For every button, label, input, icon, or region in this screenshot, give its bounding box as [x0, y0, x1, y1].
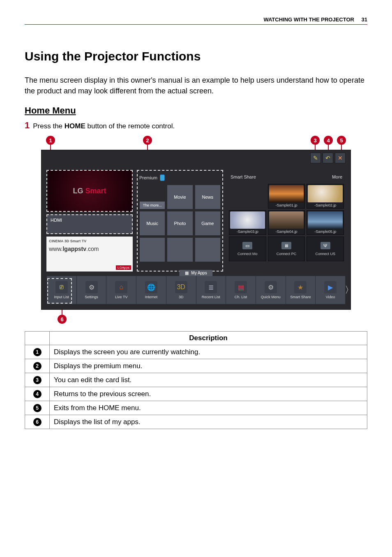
bottom-callout: 6 — [41, 310, 351, 324]
legend-desc: Displays the list of my apps. — [50, 415, 367, 429]
app-label: Quick Menu — [261, 295, 281, 299]
grid-icon: ▦ — [185, 271, 189, 275]
app-icon: ⚙ — [265, 281, 277, 293]
premium-icon — [160, 174, 165, 181]
hdmi-label: HDMI — [51, 218, 129, 223]
legend-badge: 5 — [33, 404, 42, 412]
app-3d[interactable]: 3D3D — [166, 276, 196, 304]
pc-icon: 🖥 — [281, 242, 291, 249]
connect-usb[interactable]: ΨConnect US — [307, 237, 344, 261]
smart-share-title: Smart Share — [231, 174, 256, 179]
premium-more-button[interactable]: The more... — [139, 201, 165, 209]
home-screen-figure: ✎ ↶ ✕ LG Smart HDMI CINEMA 3D Smart TV w… — [41, 150, 351, 310]
page-header: WATCHING WITH THE PROJECTOR 31 — [25, 16, 367, 25]
premium-item-empty[interactable] — [195, 237, 221, 262]
legend-badge: 3 — [33, 376, 42, 384]
callout-3: 3 — [311, 136, 320, 145]
legend-badge: 1 — [33, 348, 42, 356]
edit-icon[interactable]: ✎ — [310, 153, 321, 163]
thumb-image — [308, 185, 343, 202]
app-video[interactable]: ▶Video — [316, 276, 345, 304]
legend-desc: Displays the screen you are currently wa… — [50, 345, 367, 359]
app-quick-menu[interactable]: ⚙Quick Menu — [256, 276, 286, 304]
share-thumb[interactable]: -Sample03.jp — [229, 210, 266, 235]
connect-mobile[interactable]: ▭Connect Mo — [229, 237, 266, 261]
intro-text: The menu screen display in this owner's … — [25, 75, 367, 96]
app-icon: ⎚ — [55, 281, 68, 293]
ad-badge: LGApps — [116, 265, 131, 270]
thumb-image — [230, 211, 265, 229]
connect-pc[interactable]: 🖥Connect PC — [268, 237, 305, 261]
legend-header-desc: Description — [50, 332, 367, 345]
premium-item[interactable]: Photo — [167, 211, 193, 236]
smart-share-more[interactable]: More — [332, 174, 342, 179]
share-thumb[interactable]: -Sample04.jp — [268, 210, 305, 235]
legend-row: 4Returns to the previous screen. — [25, 387, 367, 401]
step-text: Press the HOME button of the remote cont… — [33, 122, 175, 130]
input-indicator[interactable]: HDMI — [46, 214, 133, 234]
app-label: Internet — [145, 295, 158, 299]
thumb-image — [308, 211, 343, 229]
premium-item[interactable]: News — [195, 185, 221, 209]
thumb-image — [269, 185, 304, 202]
premium-item[interactable]: Game — [195, 211, 221, 236]
step-number: 1 — [25, 120, 30, 131]
ad-tagline: CINEMA 3D Smart TV — [49, 239, 130, 243]
legend-row: 5Exits from the HOME menu. — [25, 401, 367, 415]
legend-row: 3You can edit the card list. — [25, 373, 367, 387]
app-live-tv[interactable]: ⌂Live TV — [106, 276, 136, 304]
app-icon: ⌂ — [115, 281, 127, 293]
top-icon-bar: ✎ ↶ ✕ — [310, 153, 346, 163]
app-recent-list[interactable]: ≣Recent List — [196, 276, 226, 304]
step-1: 1 Press the HOME button of the remote co… — [25, 120, 367, 131]
legend-header-blank — [25, 332, 50, 345]
my-apps-bar: ▦ My Apps ⎚Input List⚙Settings⌂Live TV🌐I… — [46, 276, 346, 304]
share-thumb[interactable]: -Sample05.jp — [307, 210, 344, 235]
legend-row: 2Displays the premium menu. — [25, 359, 367, 373]
current-screen-preview[interactable]: LG Smart — [46, 170, 133, 212]
app-label: Ch. List — [235, 295, 247, 299]
app-label: Input List — [54, 295, 69, 299]
app-icon: 3D — [175, 281, 187, 293]
callout-5: 5 — [337, 136, 346, 145]
legend-badge: 4 — [33, 390, 42, 398]
premium-item[interactable]: Music — [139, 211, 165, 236]
legend-badge: 2 — [33, 362, 42, 370]
legend-badge: 6 — [33, 418, 42, 426]
app-input-list[interactable]: ⎚Input List — [47, 276, 77, 304]
premium-item-empty[interactable] — [167, 237, 193, 262]
my-apps-tab[interactable]: ▦ My Apps — [179, 270, 212, 276]
callout-2: 2 — [143, 136, 152, 145]
app-label: Video — [326, 295, 335, 299]
smart-share-card[interactable]: Smart Share More -Sample01.jp -Sample02.… — [227, 170, 346, 272]
ad-url: www.lgappstv.com — [49, 246, 130, 252]
share-thumb[interactable]: -Sample01.jp — [268, 184, 305, 209]
app-ch-list[interactable]: ▤Ch. List — [226, 276, 256, 304]
back-icon[interactable]: ↶ — [323, 153, 333, 163]
app-label: 3D — [179, 295, 184, 299]
app-icon: 🌐 — [145, 281, 157, 293]
legend-desc: Exits from the HOME menu. — [50, 401, 367, 415]
legend-desc: Returns to the previous screen. — [50, 387, 367, 401]
page-title: Using the Projector Functions — [25, 49, 367, 63]
app-label: Smart Share — [290, 295, 311, 299]
share-thumb[interactable]: -Sample02.jp — [307, 184, 344, 209]
legend-num: 6 — [25, 415, 50, 429]
legend-num: 2 — [25, 359, 50, 373]
home-menu-heading: Home Menu — [25, 105, 367, 116]
premium-card[interactable]: Premium The more... Movie News Music Pho… — [137, 170, 223, 272]
thumb-image — [269, 211, 304, 229]
legend-num: 4 — [25, 387, 50, 401]
apps-scroll-right-icon[interactable]: 〉 — [345, 284, 354, 296]
app-icon: ▤ — [235, 281, 247, 293]
legend-row: 1Displays the screen you are currently w… — [25, 345, 367, 359]
app-internet[interactable]: 🌐Internet — [136, 276, 166, 304]
app-icon: ≣ — [205, 281, 217, 293]
legend-num: 1 — [25, 345, 50, 359]
premium-item[interactable]: Movie — [167, 185, 193, 209]
ad-panel[interactable]: CINEMA 3D Smart TV www.lgappstv.com LGAp… — [46, 237, 133, 272]
app-settings[interactable]: ⚙Settings — [77, 276, 107, 304]
close-icon[interactable]: ✕ — [335, 153, 346, 163]
premium-item-empty[interactable] — [139, 237, 165, 262]
app-smart-share[interactable]: ★Smart Share — [286, 276, 316, 304]
